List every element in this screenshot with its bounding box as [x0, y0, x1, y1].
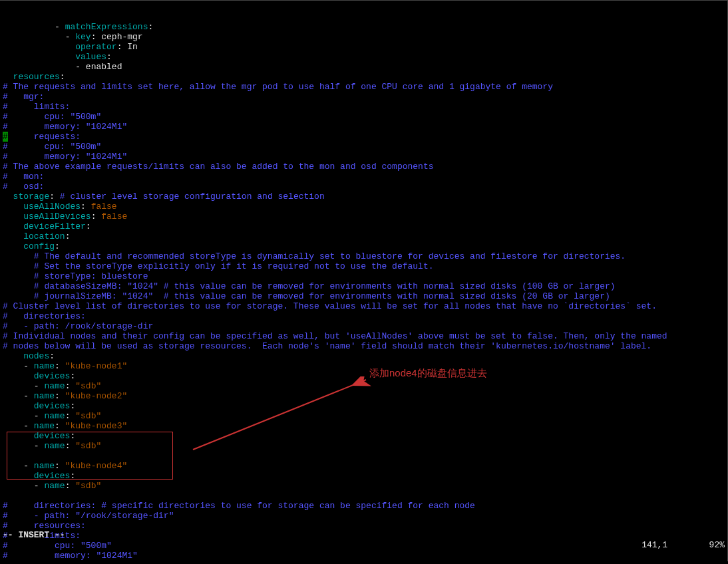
code-line: values: [3, 52, 727, 62]
code-line: # - path: /rook/storage-dir [3, 321, 727, 331]
code-line: location: [3, 231, 727, 241]
code-line: deviceFilter: [3, 221, 727, 231]
code-line: - matchExpressions: [3, 22, 727, 32]
code-line: devices: [3, 371, 727, 381]
code-line: # Set the storeType explicitly only if i… [3, 261, 727, 271]
code-line: # cpu: "500m" [3, 142, 727, 152]
code-line: # The above example requests/limits can … [3, 162, 727, 172]
code-line: resources: [3, 72, 727, 82]
code-line: devices: [3, 471, 727, 481]
code-line: useAllDevices: false [3, 212, 727, 221]
code-line: # mgr: [3, 92, 727, 102]
code-line: useAllNodes: false [3, 202, 727, 212]
code-line: - name: "sdb" [3, 441, 727, 451]
vim-scroll-pct: 92% [709, 540, 725, 550]
code-line: devices: [3, 431, 727, 441]
code-line: # nodes below will be used as storage re… [3, 341, 727, 351]
vim-cursor-pos: 141,1 [641, 540, 667, 550]
code-line: # mon: [3, 172, 727, 182]
code-line: nodes: [3, 351, 727, 361]
code-line: operator: In [3, 42, 727, 52]
code-line: # The requests and limits set here, allo… [3, 82, 727, 92]
code-line: - name: "kube-node4" [3, 461, 727, 471]
vim-status-right: 141,1 92% [610, 530, 725, 560]
code-line: # The default and recommended storeType … [3, 251, 727, 261]
code-line: # resources: [3, 521, 727, 531]
code-line: - name: "kube-node3" [3, 421, 727, 431]
code-lines[interactable]: - matchExpressions: - key: ceph-mgr oper… [3, 22, 727, 561]
code-line: config: [3, 241, 727, 251]
code-line: - key: ceph-mgr [3, 32, 727, 42]
code-line: # memory: "1024Mi" [3, 122, 727, 132]
code-line: # limits: [3, 102, 727, 112]
code-line: - name: "kube-node2" [3, 391, 727, 401]
code-line [3, 451, 727, 461]
vim-mode: -- INSERT -- [3, 530, 65, 560]
vim-editor[interactable]: - matchExpressions: - key: ceph-mgr oper… [0, 0, 728, 561]
code-line: # cpu: "500m" [3, 112, 727, 122]
code-line: # directories: [3, 311, 727, 321]
code-line: # journalSizeMB: "1024" # this value can… [3, 291, 727, 301]
code-line: devices: [3, 401, 727, 411]
code-line: - enabled [3, 62, 727, 72]
code-line: # Individual nodes and their config can … [3, 331, 727, 341]
code-line: - name: "kube-node1" [3, 361, 727, 371]
code-line: - name: "sdb" [3, 411, 727, 421]
code-line: # requests: [3, 132, 727, 142]
vim-status-bar: -- INSERT -- 141,1 92% [3, 530, 725, 560]
code-line: # - path: "/rook/storage-dir" [3, 511, 727, 521]
code-line: # directories: # specific directories to… [3, 501, 727, 511]
code-line: - name: "sdb" [3, 481, 727, 491]
code-line: # Cluster level list of directories to u… [3, 301, 727, 311]
code-line: # databaseSizeMB: "1024" # this value ca… [3, 281, 727, 291]
code-line: - name: "sdb" [3, 381, 727, 391]
code-line: # memory: "1024Mi" [3, 152, 727, 162]
code-line: # storeType: bluestore [3, 271, 727, 281]
code-line [3, 491, 727, 501]
code-line: # osd: [3, 182, 727, 192]
code-line: storage: # cluster level storage configu… [3, 192, 727, 202]
